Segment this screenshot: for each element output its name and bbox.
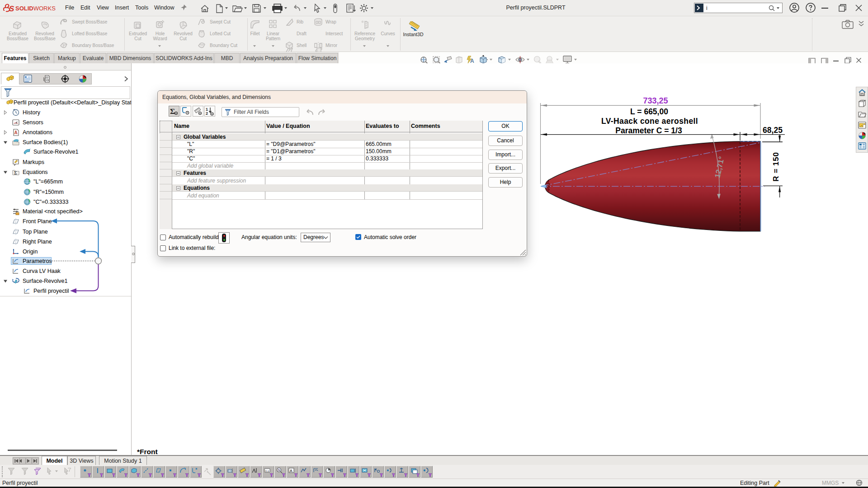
- svg-text:68,25: 68,25: [763, 126, 783, 135]
- svg-text:S: S: [9, 5, 14, 13]
- svg-text:733,25: 733,25: [643, 96, 668, 105]
- svg-text:Parameter C = 1/3: Parameter C = 1/3: [615, 126, 682, 135]
- svg-text:*Front: *Front: [137, 448, 158, 455]
- svg-text:L = 665,00: L = 665,00: [630, 107, 668, 116]
- svg-text:A: A: [290, 469, 293, 473]
- svg-text:Σ: Σ: [170, 107, 175, 116]
- svg-text:2: 2: [206, 111, 208, 116]
- svg-text:LV-Haack cone aeroshell: LV-Haack cone aeroshell: [601, 117, 698, 126]
- svg-text:N: N: [278, 469, 280, 472]
- svg-text:R = 150: R = 150: [772, 152, 780, 182]
- svg-text:0.1: 0.1: [265, 469, 269, 472]
- svg-text:SOLIDWORKS: SOLIDWORKS: [15, 5, 56, 12]
